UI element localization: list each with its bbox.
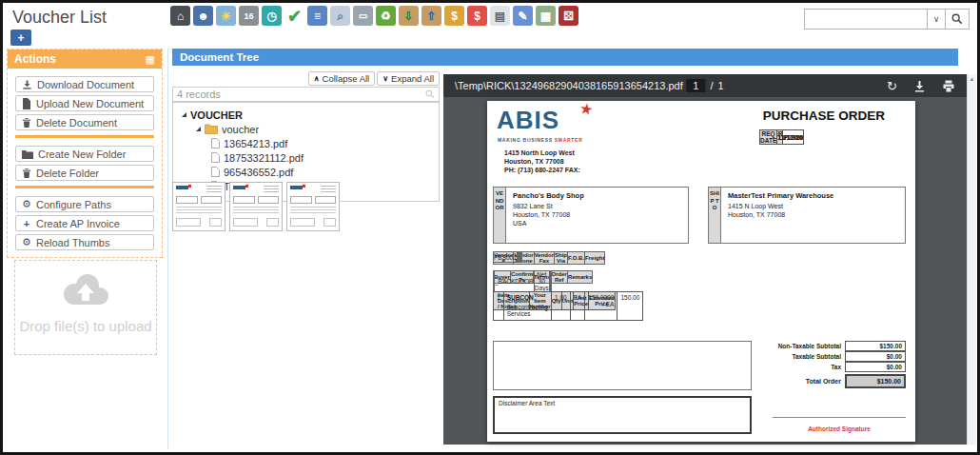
rotate-icon[interactable]: ↻ [887,80,897,92]
dollar-chat-icon[interactable]: $ [467,6,487,26]
coins-icon[interactable]: $ [444,6,464,26]
list-window-icon[interactable]: ≡ [307,6,327,26]
item-qty: 1.00 [552,292,571,321]
global-search: ∨ [804,9,970,30]
total-label: Tax [831,364,841,370]
button-label: Collapse All [323,73,370,84]
clock-icon[interactable]: ◷ [262,6,282,26]
file-drop-zone[interactable]: Drop file(s) to upload [14,260,157,355]
pdf-page-total: 1 [718,80,724,91]
thumb-logo [233,186,245,189]
download-document-button[interactable]: Download Document [15,76,154,92]
order-info-value: 11/17/20 [777,130,804,145]
delete-document-button[interactable]: Delete Document [15,114,154,130]
thumb-footer [290,218,336,227]
button-label: Download Document [37,79,134,90]
download-icon[interactable] [913,80,926,92]
tree-node-voucher-root[interactable]: VOUCHER [173,108,439,122]
pdf-page-input[interactable]: 1 [686,79,705,92]
search-dropdown-button[interactable]: ∨ [927,10,945,29]
download-box-icon[interactable]: ⇩ [399,6,419,26]
sidebar: Actions ▦ Download Document Upload New D… [7,49,163,449]
item-number: SUBCON [507,294,548,301]
chevron-down-icon: ∨ [382,74,388,83]
document-thumbnail[interactable] [229,182,283,231]
button-label: Reload Thumbs [36,237,109,248]
thumbnail-strip [172,182,340,231]
button-label: Delete Folder [36,168,99,179]
thumb-lines [264,186,279,193]
tree-node-file[interactable]: 965436552.pdf [173,165,439,179]
trash-can-icon[interactable]: ♻ [376,6,396,26]
thumb-lines [321,186,336,193]
create-ap-invoice-button[interactable]: + Create AP Invoice [15,215,154,231]
upload-box-icon[interactable]: ⇧ [421,6,441,26]
chevron-down-icon: ∨ [933,14,940,24]
add-button[interactable]: + [10,30,31,46]
info-value: PBS001 [494,252,518,263]
vendor-line: Houston, TX 77008 [513,210,584,219]
scroll-up-icon[interactable]: ▲ [968,74,976,82]
clipboard-icon[interactable]: ▤ [490,6,510,26]
drop-zone-label: Drop file(s) to upload [15,318,156,334]
info-value: Net 30 Days [534,271,549,292]
divider [15,186,154,188]
weather-icon[interactable]: ☀ [216,6,236,26]
panel-menu-icon[interactable]: ▦ [146,53,155,66]
totals-section: Non-Taxable Subtotal $150.00 Taxable Sub… [765,341,906,388]
thumb-footer [176,218,222,227]
plus-icon: + [22,218,31,229]
create-new-folder-button[interactable]: Create New Folder [15,146,154,162]
thumb-table [176,207,222,215]
tree-expander-icon[interactable] [196,127,201,131]
tree-node-file[interactable]: 18753321112.pdf [173,150,439,165]
document-thumbnail[interactable] [172,182,225,231]
chevron-up-icon: ∧ [314,74,320,83]
truck-icon[interactable]: ▭ [353,6,373,26]
file-icon [211,138,220,148]
thumb-logo [290,186,303,189]
tree-filter-input[interactable] [177,89,405,100]
actions-group-tools: ⚙ Configure Paths + Create AP Invoice ⚙ … [15,196,154,250]
info-header: Order Ref [551,271,567,284]
upload-new-document-button[interactable]: Upload New Document [15,95,154,111]
abis-tagline: MAKING BUSINESS SMARTER [498,137,582,143]
pdf-page: ABIS ★ MAKING BUSINESS SMARTER 1415 Nort… [487,101,915,442]
search-button[interactable] [945,10,969,29]
search-input[interactable] [805,10,927,29]
calendar-icon[interactable]: 16 [239,6,259,26]
total-label: Non-Taxable Subtotal [778,343,841,349]
disclaimer-box: Disclaimer Area Text [493,396,752,434]
total-value: $150.00 [845,341,906,351]
checkmark-icon[interactable]: ✔ [284,6,304,26]
total-value: $0.00 [845,351,906,362]
collapse-all-button[interactable]: ∧ Collapse All [308,71,376,86]
money-icon[interactable]: ▦ [536,6,556,26]
total-row: Taxable Subtotal $0.00 [765,351,906,362]
pdf-pager: 1 / 1 [686,79,723,92]
item-description: Subcontracting Services [507,304,548,317]
delete-folder-button[interactable]: Delete Folder [15,165,154,181]
app-window: Voucher List ⌂ ☻ ☀ 16 ◷ ✔ ≡ ⌕ ▭ ♻ ⇩ ⇧ $ … [0,0,980,455]
pdf-scrollbar[interactable]: ▲ [967,74,976,445]
person-icon[interactable]: ☻ [193,6,213,26]
configure-paths-button[interactable]: ⚙ Configure Paths [15,196,154,212]
print-icon[interactable] [942,80,955,92]
reload-thumbs-button[interactable]: ⚙ Reload Thumbs [15,234,154,250]
tree-node-voucher-folder[interactable]: voucher [173,122,439,136]
ship-to-strip-label: SHIP TO [709,188,721,243]
tree-node-file[interactable]: 13654213.pdf [173,136,439,150]
search-icon [425,89,435,99]
search-doc-icon[interactable]: ⌕ [330,6,350,26]
document-thumbnail[interactable] [286,182,340,231]
expand-all-button[interactable]: ∨ Expand All [377,71,440,86]
ship-to-name: MasterTest Primary Warehouse [728,191,833,200]
total-value: $150.00 [845,374,906,388]
info-value [520,252,521,263]
actions-panel: Actions ▦ Download Document Upload New D… [7,49,163,258]
dice-icon[interactable]: ⚄ [559,6,578,26]
tree-expander-icon[interactable] [182,112,186,117]
total-order-row: Total Order $150.00 [765,374,906,388]
bank-icon[interactable]: ⌂ [170,6,190,26]
pen-icon[interactable]: ✎ [513,6,533,26]
